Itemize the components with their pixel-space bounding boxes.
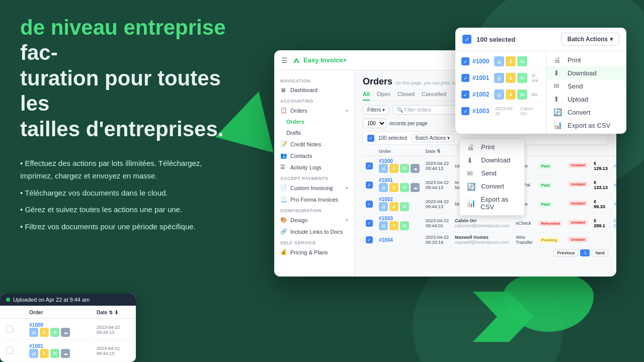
batch-action-print[interactable]: 🖨 Print [460, 141, 524, 154]
sidebar-item-drafts[interactable]: Drafts [274, 127, 354, 138]
download-btn-1002[interactable]: ⬇ [389, 202, 398, 211]
sidebar-item-custom-invoicing[interactable]: 📄 Custom Invoicing ▾ [274, 182, 354, 194]
email-btn-1001[interactable]: ✉ [400, 183, 409, 192]
sidebar-item-orders-active[interactable]: Orders [274, 116, 354, 127]
tab-closed[interactable]: Closed [397, 91, 415, 101]
card-email-1001[interactable]: ✉ [50, 349, 59, 358]
logo-invoice: Invoice+ [320, 56, 347, 64]
email-btn-1000[interactable]: ✉ [400, 164, 409, 173]
cloud-btn-1000[interactable]: ☁ [411, 164, 420, 173]
batch-action-send[interactable]: ✉ Send [460, 167, 524, 180]
hamburger-icon[interactable]: ☰ [281, 56, 288, 64]
order-link-1001[interactable]: #1001 [379, 177, 393, 183]
sidebar-item-include-links[interactable]: 🔗 Include Links to Docs [274, 226, 354, 237]
large-action-upload[interactable]: ⬆ Upload [546, 93, 626, 106]
print-btn-1001[interactable]: 🖨 [379, 183, 388, 192]
col-status [535, 147, 565, 156]
card-download-1001[interactable]: ⬇ [40, 349, 49, 358]
large-download-1002[interactable]: ⬇ [506, 89, 516, 100]
card-cloud-1001[interactable]: ☁ [61, 349, 70, 358]
action-link-1000[interactable]: Acti... [611, 156, 616, 175]
large-action-convert[interactable]: 🔄 Convert [546, 106, 626, 119]
large-action-download[interactable]: ⬇ Download [546, 66, 626, 79]
row-checkbox-1002[interactable]: ✓ [366, 201, 373, 208]
card-col-date[interactable]: Date ⇅ ⬇ [92, 307, 135, 319]
col-date[interactable]: Date ⇅ [423, 147, 452, 156]
order-link-1000[interactable]: #1000 [379, 158, 393, 164]
row-checkbox-1003[interactable]: ✓ [366, 220, 373, 227]
sidebar-item-proforma[interactable]: 📃 Pro Forma Invoices [274, 194, 354, 205]
select-all-checkbox[interactable]: ✓ [367, 135, 374, 142]
batch-action-export-csv[interactable]: 📊 Export as CSV [460, 193, 524, 213]
batch-action-download[interactable]: ⬇ Download [460, 154, 524, 167]
action-link-1001[interactable]: Acti... [611, 175, 616, 195]
large-download-1001[interactable]: ⬇ [506, 73, 516, 83]
card-print-1000[interactable]: 🖨 [29, 328, 38, 337]
large-action-export-csv[interactable]: 📊 Export as CSV [546, 119, 626, 132]
records-per-page-select[interactable]: 100 50 25 [363, 119, 386, 128]
large-order-link-1001[interactable]: #1001 [472, 74, 489, 81]
large-print-1002[interactable]: 🖨 [494, 89, 504, 100]
large-email-1002[interactable]: ✉ [517, 89, 527, 100]
batch-action-convert[interactable]: 🔄 Convert [460, 180, 524, 193]
row-checkbox-1001[interactable]: ✓ [366, 182, 373, 189]
large-checkbox-1002[interactable]: ✓ [461, 90, 469, 99]
large-download-1000[interactable]: ⬇ [506, 56, 516, 66]
card-checkbox-1000[interactable] [6, 326, 13, 333]
sidebar-item-orders-parent[interactable]: 📋 Orders ▾ [274, 105, 354, 116]
select-all-large-checkbox[interactable]: ✓ [462, 35, 471, 44]
filters-button[interactable]: Filters ▾ [363, 105, 389, 115]
sidebar-item-activity-logs[interactable]: ☰ Activity Logs [274, 161, 354, 173]
large-print-1001[interactable]: 🖨 [494, 73, 504, 83]
print-btn-1000[interactable]: 🖨 [379, 164, 388, 173]
order-link-1002[interactable]: #1002 [379, 197, 393, 202]
print-btn-1003[interactable]: 🖨 [379, 221, 388, 230]
card-print-1001[interactable]: 🖨 [29, 349, 38, 358]
sidebar-item-contacts[interactable]: 👥 Contacts [274, 150, 354, 161]
tab-open[interactable]: Open [377, 91, 390, 101]
sidebar-item-design[interactable]: 🎨 Design ▾ [274, 214, 354, 226]
large-action-send[interactable]: ✉ Send [546, 79, 626, 93]
action-link-1002[interactable]: Acti... [611, 195, 616, 214]
card-checkbox-1001[interactable] [6, 347, 13, 354]
large-batch-actions-button[interactable]: Batch Actions ▾ [561, 33, 619, 46]
large-order-link-1003[interactable]: #1003 [472, 108, 489, 115]
tab-all[interactable]: All [363, 91, 370, 101]
order-link-1003[interactable]: #1003 [379, 216, 393, 221]
large-checkbox-1001[interactable]: ✓ [461, 74, 469, 82]
card-cloud-1000[interactable]: ☁ [61, 328, 70, 337]
cloud-btn-1001[interactable]: ☁ [411, 183, 420, 192]
sidebar-item-pricing[interactable]: 💰 Pricing & Plans [274, 246, 354, 258]
large-email-1001[interactable]: ✉ [517, 73, 527, 83]
col-order[interactable]: Order [376, 147, 423, 156]
row-checkbox-1000[interactable]: ✓ [366, 162, 373, 169]
batch-actions-button[interactable]: Batch Actions ▾ [411, 134, 455, 142]
large-checkbox-1003[interactable]: ✓ [461, 107, 469, 115]
prev-page-button[interactable]: Previous [553, 249, 578, 256]
print-btn-1002[interactable]: 🖨 [379, 202, 388, 211]
large-order-link-1002[interactable]: #1002 [472, 91, 489, 98]
email-btn-1002[interactable]: ✉ [400, 202, 409, 211]
large-print-1000[interactable]: 🖨 [494, 56, 504, 66]
download-btn-1001[interactable]: ⬇ [389, 183, 398, 192]
large-checkbox-1000[interactable]: ✓ [461, 57, 469, 65]
row-checkbox-1004[interactable]: ✓ [366, 236, 373, 243]
large-action-print[interactable]: 🖨 Print [546, 53, 626, 66]
card-download-1000[interactable]: ⬇ [40, 328, 49, 337]
sidebar-item-dashboard[interactable]: 🖥 Dashboard [274, 84, 354, 96]
page-1-button[interactable]: 1 [580, 249, 590, 256]
card-email-1000[interactable]: ✉ [50, 328, 59, 337]
download-btn-1003[interactable]: ⬇ [389, 221, 398, 230]
next-page-button[interactable]: Next [592, 249, 608, 256]
card-order-link-1001[interactable]: #1001 [29, 343, 86, 349]
large-email-1000[interactable]: ✉ [517, 56, 527, 66]
action-link-1003[interactable]: Calvin Orr [611, 214, 616, 233]
large-order-link-1000[interactable]: #1000 [472, 58, 489, 65]
card-order-link-1000[interactable]: #1000 [29, 322, 86, 328]
email-btn-1003[interactable]: ✉ [400, 221, 409, 230]
order-link-1004[interactable]: #1004 [379, 237, 393, 243]
sidebar-item-credit-notes[interactable]: 📝 Credit Notes [274, 138, 354, 150]
download-btn-1000[interactable]: ⬇ [389, 164, 398, 173]
tab-cancelled[interactable]: Cancelled [422, 91, 446, 101]
card-col-order[interactable]: Order [24, 307, 91, 319]
